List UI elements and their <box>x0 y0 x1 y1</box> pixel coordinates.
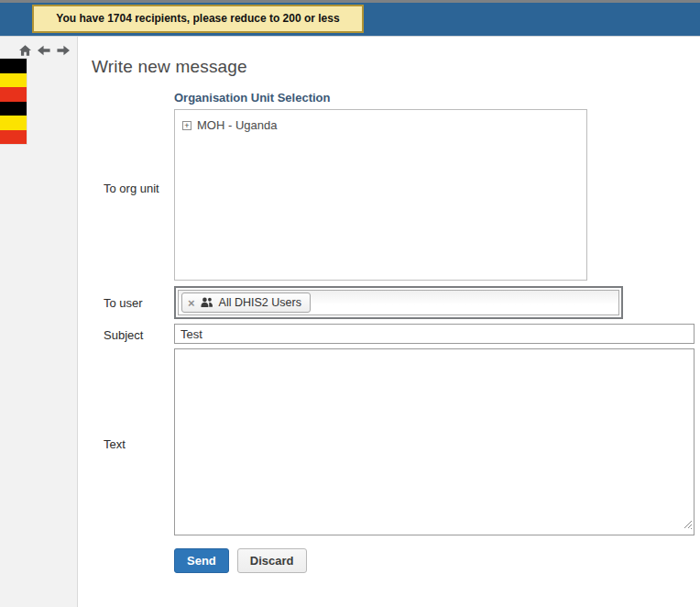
main-content: Write new message Organisation Unit Sele… <box>78 37 700 607</box>
subject-input[interactable] <box>174 324 695 344</box>
tree-expand-icon[interactable]: + <box>182 121 191 130</box>
message-form: Organisation Unit Selection To org unit … <box>78 91 700 573</box>
tree-node-moh-uganda[interactable]: + MOH - Uganda <box>182 118 581 132</box>
sidebar-nav <box>0 37 77 56</box>
to-user-widget: × All DHIS2 Users <box>174 286 623 319</box>
org-unit-selection-header: Organisation Unit Selection <box>174 91 330 105</box>
text-row: Text <box>78 348 700 535</box>
flag-stripe <box>0 73 27 88</box>
to-user-label: To user <box>78 286 174 319</box>
page-body: Write new message Organisation Unit Sele… <box>0 37 700 607</box>
recipients-alert-text: You have 1704 recipients, please reduce … <box>56 12 339 25</box>
text-label: Text <box>78 348 174 535</box>
uganda-flag <box>0 58 27 145</box>
to-org-unit-label: To org unit <box>78 109 174 281</box>
forward-arrow-icon[interactable] <box>57 45 70 56</box>
flag-stripe <box>0 59 27 73</box>
recipients-alert: You have 1704 recipients, please reduce … <box>32 5 364 33</box>
top-bar: You have 1704 recipients, please reduce … <box>0 0 700 37</box>
message-text-area[interactable] <box>174 348 695 535</box>
flag-stripe <box>0 87 27 102</box>
back-arrow-icon[interactable] <box>38 45 50 56</box>
resize-handle-icon[interactable] <box>684 516 693 533</box>
discard-button[interactable]: Discard <box>237 548 307 573</box>
org-unit-tree[interactable]: + MOH - Uganda <box>174 109 587 281</box>
users-group-icon <box>201 297 213 308</box>
user-chip-label: All DHIS2 Users <box>219 296 301 309</box>
flag-stripe <box>0 116 27 130</box>
flag-stripe <box>0 130 27 145</box>
chip-remove-icon[interactable]: × <box>188 297 195 309</box>
form-actions: Send Discard <box>174 548 700 573</box>
subject-label: Subject <box>78 324 174 344</box>
to-user-input-area[interactable]: × All DHIS2 Users <box>178 290 619 315</box>
page-title: Write new message <box>92 57 700 77</box>
to-user-row: To user × <box>78 286 700 319</box>
home-icon[interactable] <box>19 45 31 56</box>
tree-node-label[interactable]: MOH - Uganda <box>197 118 277 132</box>
sidebar <box>0 37 78 607</box>
org-unit-row: To org unit + MOH - Uganda <box>78 109 700 281</box>
subject-row: Subject <box>78 324 700 344</box>
send-button[interactable]: Send <box>174 548 229 573</box>
org-unit-header-row: Organisation Unit Selection <box>78 91 700 109</box>
flag-stripe <box>0 102 27 116</box>
user-chip: × All DHIS2 Users <box>181 292 311 313</box>
